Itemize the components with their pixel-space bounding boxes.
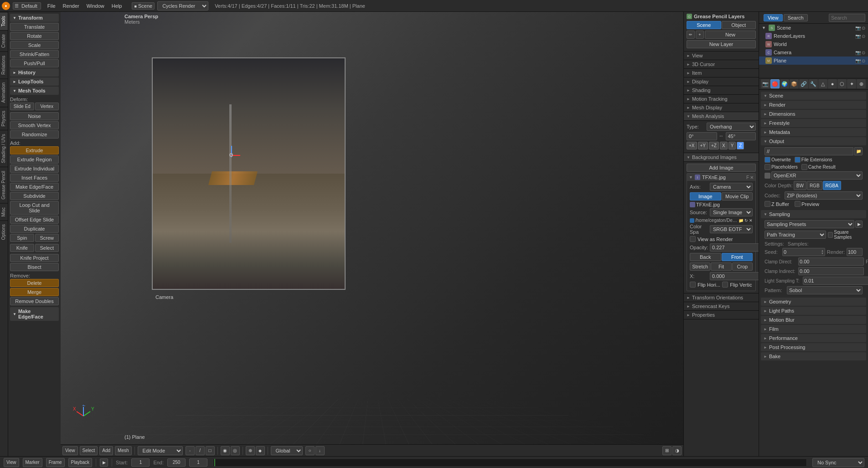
vertex-select-mode[interactable]: · [186,446,195,455]
remove-file-icon[interactable]: ✕ [749,218,753,223]
reload-file-icon[interactable]: ↻ [744,218,748,223]
type-selector[interactable]: Overhang [707,123,756,131]
render-props-icon[interactable]: 📷 [761,79,770,88]
camera-item[interactable]: C Camera 📷 ⊙ [759,48,868,57]
item-section-header[interactable]: ► Item [684,69,759,77]
play-animation-button[interactable]: ▶ [100,458,108,467]
sampling-presets-icon[interactable]: ▶ [855,221,863,228]
cursor-section-header[interactable]: ► 3D Cursor [684,60,759,69]
crop-tab[interactable]: Crop [732,262,753,271]
scale-button[interactable]: Scale [10,41,59,49]
transform-orientations-header[interactable]: ► Transform Orientations [684,293,759,302]
camera-item-camera-icon[interactable]: 📷 [855,50,861,55]
slide-edge-button[interactable]: Slide Ed [10,103,34,110]
face-select-mode[interactable]: □ [206,446,215,455]
pattern-selector[interactable]: Sobol Correlated Multi-Jitter [787,286,863,294]
relations-tab[interactable]: Relations [0,51,8,78]
clamp-indirect-input[interactable] [798,267,864,275]
mesh-display-section-header[interactable]: ► Mesh Display [684,103,759,112]
proportional-edit-button[interactable]: ○ [305,446,315,455]
3d-viewport[interactable]: Camera Camera Persp Meters Y X Z [61,12,683,444]
solid-display-button[interactable]: ◉ [221,446,230,455]
select-button[interactable]: Select [35,244,59,252]
duplicate-button[interactable]: Duplicate [10,225,59,233]
snap-type-button[interactable]: ◆ [256,446,265,455]
movie-clip-tab[interactable]: Movie Clip [722,192,753,201]
world-props-icon[interactable]: 🌍 [780,79,789,88]
plus-z-button[interactable]: +Z [709,142,719,149]
fit-tab[interactable]: Fit [711,262,731,271]
misc-tab[interactable]: Misc [0,203,8,221]
push-pull-button[interactable]: Push/Pull [10,59,59,67]
delete-button[interactable]: Delete [10,279,59,287]
knife-button[interactable]: Knife [10,244,34,252]
back-tab[interactable]: Back [690,253,721,261]
source-selector[interactable]: Single Image [710,208,753,216]
animation-tab[interactable]: Animation [0,78,8,106]
constraints-props-icon[interactable]: 🔗 [799,79,808,88]
edge-select-mode[interactable]: / [196,446,205,455]
smooth-vertex-button[interactable]: Smooth Vertex [10,121,59,129]
modifiers-props-icon[interactable]: 🔧 [809,79,818,88]
display-section-header[interactable]: ► Display [684,77,759,86]
angle-min-input[interactable] [687,132,717,140]
start-frame-input[interactable] [131,458,150,467]
render-layers-render-icon[interactable]: ⊙ [862,34,865,39]
new-layer-button[interactable]: New Layer [687,40,756,48]
marker-button[interactable]: Marker [23,458,42,467]
file-extensions-checkbox[interactable] [795,157,801,163]
render-engine-selector[interactable]: Cycles Render Blender Render Blender Gam… [157,1,208,10]
file-menu[interactable]: File [44,2,59,10]
transform-section-header[interactable]: ▼ Transform [10,14,59,22]
render-layers-camera-icon[interactable]: 📷 [855,34,861,39]
view-section-header[interactable]: ► View [684,51,759,60]
seed-input[interactable] [784,249,797,255]
tools-tab[interactable]: Tools [0,12,8,30]
frame-button[interactable]: Frame [46,458,65,467]
particles-props-icon[interactable]: ✦ [847,79,856,88]
add-image-button[interactable]: Add Image [687,164,756,172]
search-tab[interactable]: Search [784,14,808,21]
window-menu[interactable]: Window [83,2,108,10]
square-samples-checkbox[interactable] [828,232,833,238]
physics-props-icon[interactable]: ⊕ [857,79,866,88]
mesh-tools-section-header[interactable]: ▼ Mesh Tools [10,87,59,95]
mesh-analysis-section-header[interactable]: ▼ Mesh Analysis [684,112,759,121]
flip-v-checkbox[interactable] [722,282,728,288]
scene-selector[interactable]: ■ Scene [132,2,155,10]
shading-tab-left[interactable]: Shading / UVs [0,130,8,167]
film-props-header[interactable]: ► Film [761,325,866,333]
background-images-section-header[interactable]: ▼ Background Images [684,153,759,162]
path-toggle[interactable] [690,218,694,223]
plus-x-button[interactable]: +X [687,142,697,149]
render-props-header[interactable]: ► Render [761,101,866,109]
render-layers-item[interactable]: R RenderLayers 📷 ⊙ [759,32,868,40]
shrink-fatten-button[interactable]: Shrink/Fatten [10,50,59,58]
angle-max-input[interactable] [726,132,756,140]
image-tab[interactable]: Image [690,192,721,201]
render-samples-input[interactable] [847,248,863,256]
output-path-input[interactable] [765,147,853,155]
bw-button[interactable]: BW [794,181,806,190]
proportional-type-button[interactable]: ↓ [315,446,325,455]
placeholders-checkbox[interactable] [765,164,770,170]
history-section-header[interactable]: ► History [10,68,59,77]
sampling-props-header[interactable]: ▼ Sampling [761,210,866,218]
post-processing-props-header[interactable]: ► Post Processing [761,343,866,351]
plus-y-button[interactable]: +Y [698,142,708,149]
output-props-header[interactable]: ▼ Output [761,137,866,145]
extrude-region-button[interactable]: Extrude Region [10,155,59,164]
axis-selector[interactable]: Camera [710,183,753,191]
plane-item[interactable]: M Plane 📷 ⊙ [759,57,868,65]
add-menu-button[interactable]: Add [99,446,113,455]
inset-faces-button[interactable]: Inset Faces [10,174,59,182]
extrude-individual-button[interactable]: Extrude Individual [10,165,59,173]
view-as-render-checkbox[interactable] [690,236,696,242]
loop-tools-section-header[interactable]: ► LoopTools [10,77,59,86]
flip-h-checkbox[interactable] [690,282,696,288]
screw-button[interactable]: Screw [35,234,59,242]
metadata-props-header[interactable]: ► Metadata [761,128,866,136]
outliner-search[interactable] [829,14,865,22]
seed-down-icon[interactable]: ▼ [821,252,824,255]
neg-y-button[interactable]: Y [728,142,736,149]
